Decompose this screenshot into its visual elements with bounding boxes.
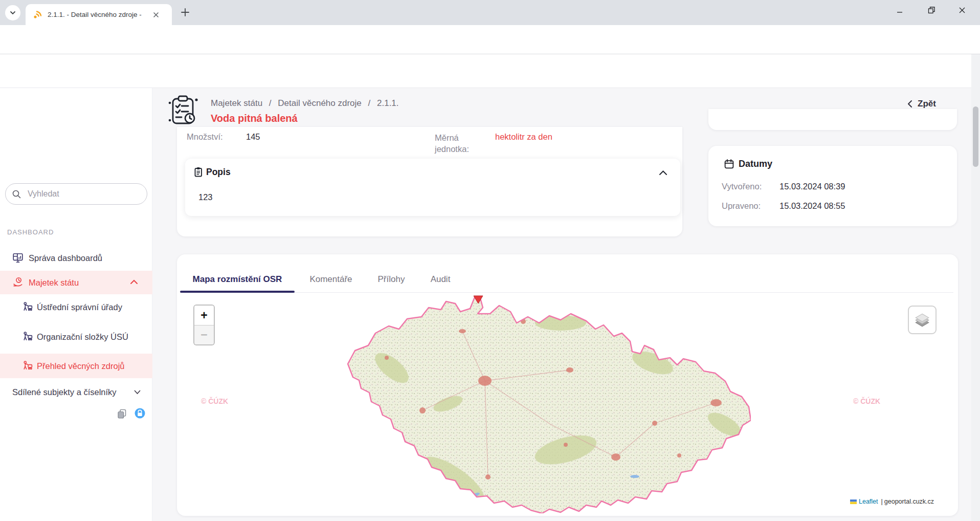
ukraine-flag-icon xyxy=(850,500,857,504)
datumy-title: Datumy xyxy=(739,159,772,169)
tab-komentare[interactable]: Komentáře xyxy=(306,274,355,285)
created-label: Vytvořeno: xyxy=(722,182,762,191)
sidebar-section-label: DASHBOARD xyxy=(7,228,54,236)
lock-icon xyxy=(134,407,146,419)
sidebar-item-sprava-dashboardu[interactable]: Správa dashboardů xyxy=(0,246,152,270)
popis-value: 123 xyxy=(198,192,213,202)
tabs-divider xyxy=(180,292,953,293)
layers-icon xyxy=(914,312,930,328)
browser-window: 2.1.1. - Detail věcného zdroje - tsm-ssh… xyxy=(0,0,980,521)
chevron-left-icon xyxy=(906,100,914,108)
plus-icon xyxy=(180,7,190,17)
search-input[interactable] xyxy=(27,189,129,199)
sidebar-item-majetek-statu[interactable]: Majetek státu xyxy=(0,271,152,294)
window-minimize-button[interactable] xyxy=(896,9,903,16)
zoom-in-button[interactable]: + xyxy=(194,306,214,325)
map-marker-icon[interactable] xyxy=(473,295,484,305)
lock-button[interactable] xyxy=(134,407,146,419)
scrollbar-thumb[interactable] xyxy=(973,106,978,167)
sidebar-item-sdilene-subjekty[interactable]: Sdílené subjekty a číselníky xyxy=(0,382,152,402)
breadcrumb-item[interactable]: Majetek státu xyxy=(211,98,262,108)
cuzk-watermark: © ČÚZK xyxy=(853,397,880,405)
sidebar-item-ustredni-spravni-urady[interactable]: Ústřední správní úřady xyxy=(0,295,152,319)
calendar-icon xyxy=(724,159,734,169)
chevron-up-icon xyxy=(130,279,138,285)
datumy-card: Datumy Vytvořeno: 15.03.2024 08:39 Uprav… xyxy=(708,146,957,226)
sidebar-item-prehled-vecnych-zdroju[interactable]: Přehled věcných zdrojů xyxy=(0,354,152,378)
tab-audit[interactable]: Audit xyxy=(428,274,453,285)
person-with-cart-icon xyxy=(23,360,33,371)
tab-search-button[interactable] xyxy=(5,5,20,20)
breadcrumb-item[interactable]: 2.1.1. xyxy=(377,98,399,108)
tab-prilohy[interactable]: Přílohy xyxy=(374,274,408,285)
attribution-separator: | xyxy=(881,498,883,505)
sidebar-item-label: Organizační složky ÚSÚ xyxy=(37,332,129,342)
browser-toolbar: tsm-sshr-prod.datalite.cloud/nouzove-hos… xyxy=(0,25,980,54)
window-close-button[interactable] xyxy=(957,6,967,15)
breadcrumb-separator: / xyxy=(269,98,272,108)
popis-panel: Popis 123 xyxy=(185,159,680,216)
back-link-label: Zpět xyxy=(918,99,936,109)
scrolled-card-stub xyxy=(708,109,957,130)
chevron-down-icon xyxy=(134,390,141,395)
breadcrumb-separator: / xyxy=(368,98,371,108)
sidebar: DASHBOARD Správa dashboardů Majetek stát… xyxy=(0,88,152,521)
map-zoom-control: + − xyxy=(193,305,215,345)
asset-in-hand-icon xyxy=(12,276,24,288)
tab-title: 2.1.1. - Detail věcného zdroje - xyxy=(48,11,153,18)
clipboard-icon xyxy=(193,167,203,177)
person-with-cart-icon xyxy=(23,331,33,342)
back-link[interactable]: Zpět xyxy=(906,99,936,109)
sidebar-item-label: Ústřední správní úřady xyxy=(37,302,122,312)
tab-close-icon[interactable] xyxy=(153,12,159,18)
unit-label: Měrná jednotka: xyxy=(435,132,486,155)
quantity-value: 145 xyxy=(246,132,260,142)
map-attribution: Leaflet | geoportal.cuzk.cz xyxy=(847,496,937,507)
sidebar-item-label: Majetek státu xyxy=(29,278,79,288)
site-favicon xyxy=(33,10,42,19)
chevron-down-icon xyxy=(9,9,16,16)
leaflet-link[interactable]: Leaflet xyxy=(859,498,878,505)
page-title: Voda pitná balená xyxy=(211,113,298,124)
app-header: SSHR ČESKÉ REZERVY REF Ministerstvo pro … xyxy=(0,54,980,88)
sidebar-search[interactable] xyxy=(5,183,147,205)
resource-detail-icon xyxy=(168,95,198,125)
breadcrumb: Majetek státu / Detail věcného zdroje / … xyxy=(211,98,399,108)
sidebar-item-label: Přehled věcných zdrojů xyxy=(37,361,125,371)
updated-value: 15.03.2024 08:55 xyxy=(779,201,845,211)
created-value: 15.03.2024 08:39 xyxy=(779,182,845,191)
sidebar-item-organizacni-slozky-usu[interactable]: Organizační složky ÚSÚ xyxy=(0,322,152,351)
popis-title: Popis xyxy=(206,167,231,178)
quantity-label: Množství: xyxy=(187,132,223,142)
updated-label: Upraveno: xyxy=(722,201,761,211)
czech-republic-map[interactable] xyxy=(346,296,751,513)
tab-mapa-rozmisteni-osr[interactable]: Mapa rozmístění OSR xyxy=(180,274,295,285)
sidebar-item-label: Sdílené subjekty a číselníky xyxy=(12,387,117,397)
collapse-section-chevron-up-icon[interactable] xyxy=(659,170,667,176)
copy-icon xyxy=(117,408,127,419)
cuzk-watermark: © ČÚZK xyxy=(201,397,228,405)
copy-pages-button[interactable] xyxy=(117,408,127,419)
attribution-site[interactable]: geoportal.cuzk.cz xyxy=(884,498,934,505)
close-icon xyxy=(957,6,967,15)
restore-icon xyxy=(927,6,936,15)
browser-tab-strip: 2.1.1. - Detail věcného zdroje - xyxy=(0,0,980,25)
new-tab-button[interactable] xyxy=(180,7,190,17)
window-restore-button[interactable] xyxy=(927,6,936,15)
search-icon xyxy=(12,189,21,199)
unit-value-link[interactable]: hektolitr za den xyxy=(495,132,552,142)
map-layers-control[interactable] xyxy=(908,306,937,334)
minimize-icon xyxy=(896,9,903,16)
active-tab-underline xyxy=(180,291,295,293)
sidebar-item-label: Správa dashboardů xyxy=(29,253,102,263)
dashboard-icon xyxy=(12,252,24,264)
person-with-cart-icon xyxy=(23,301,33,312)
zoom-out-button[interactable]: − xyxy=(194,325,214,344)
browser-tab[interactable]: 2.1.1. - Detail věcného zdroje - xyxy=(26,4,172,25)
breadcrumb-item[interactable]: Detail věcného zdroje xyxy=(278,98,361,108)
